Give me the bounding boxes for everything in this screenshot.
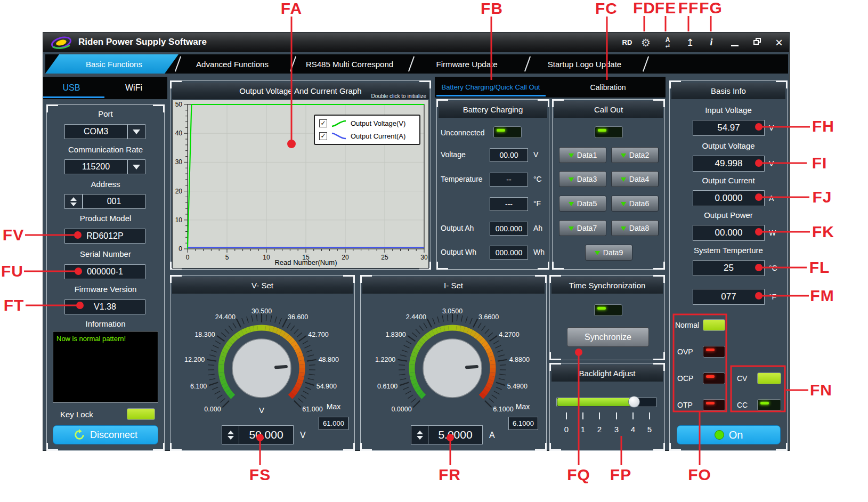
- annotation-FF: FF: [678, 0, 699, 17]
- key-lock-led: [127, 408, 155, 420]
- battery-temperature-label: Temperature: [441, 175, 483, 183]
- tab-firmware-update[interactable]: Firmware Update: [411, 54, 523, 74]
- comm-rate-dropdown-button[interactable]: [127, 159, 145, 174]
- data3-button[interactable]: Data3: [559, 171, 606, 187]
- backlight-tick: [632, 412, 634, 419]
- close-button[interactable]: ×: [770, 33, 788, 52]
- svg-text:Read Number(Num): Read Number(Num): [274, 258, 337, 266]
- firmware-version-value: V1.38: [64, 299, 145, 314]
- comm-rate-select[interactable]: 115200: [64, 159, 127, 174]
- battery-temperature-c-value: --: [490, 173, 528, 187]
- svg-text:0: 0: [186, 254, 190, 261]
- data2-button[interactable]: Data2: [611, 147, 659, 163]
- v-set-stepper[interactable]: [222, 425, 239, 444]
- svg-text:4.2700: 4.2700: [499, 331, 519, 338]
- tab-calibration[interactable]: Calibration: [576, 83, 640, 92]
- translate-icon[interactable]: A ⇄: [659, 33, 676, 52]
- data9-button[interactable]: Data9: [585, 245, 632, 261]
- backlight-tick-label-5: 5: [644, 425, 655, 434]
- riden-logo-icon: [50, 35, 73, 51]
- i-set-stepper[interactable]: [411, 425, 428, 444]
- svg-text:6.100: 6.100: [190, 383, 207, 390]
- data7-button[interactable]: Data7: [559, 220, 606, 236]
- time-sync-panel: Time Synchronization: [549, 275, 665, 360]
- tab-usb[interactable]: USB: [50, 83, 93, 93]
- svg-text:0.0000: 0.0000: [391, 406, 411, 413]
- backlight-tick: [599, 412, 600, 419]
- svg-text:42.700: 42.700: [308, 331, 328, 338]
- i-set-value[interactable]: 5.0000: [428, 425, 483, 444]
- minimize-button[interactable]: [726, 33, 743, 52]
- chevron-down-icon: [133, 129, 140, 134]
- annotation-FC: FC: [595, 0, 618, 18]
- maximize-button[interactable]: [749, 33, 766, 52]
- annotation-FQ: FQ: [567, 466, 590, 484]
- port-dropdown-button[interactable]: [127, 124, 145, 139]
- system-temperature-f-value: 077: [693, 289, 765, 305]
- tab-basic-functions[interactable]: Basic Functions: [58, 54, 170, 74]
- battery-output-wh-value: 000.000: [490, 246, 528, 260]
- backlight-tick-label-2: 2: [594, 425, 605, 434]
- data5-button[interactable]: Data5: [559, 196, 606, 212]
- svg-text:30: 30: [175, 158, 183, 166]
- key-lock-label: Key Lock: [60, 410, 93, 419]
- battery-voltage-unit: V: [533, 150, 538, 159]
- product-model-label: Product Model: [46, 214, 165, 223]
- port-label: Port: [46, 109, 165, 118]
- svg-text:48.800: 48.800: [319, 356, 339, 363]
- upload-icon[interactable]: ↥: [682, 33, 699, 52]
- battery-output-ah-unit: Ah: [533, 224, 542, 232]
- ovp-indicator-label: OVP: [677, 347, 693, 356]
- screenshot-stage: Riden Power Supply Software RD ⚙ A ⇄ ↥ i…: [0, 0, 868, 502]
- information-label: Information: [46, 319, 165, 328]
- on-button[interactable]: On: [677, 425, 781, 444]
- legend-current-checkbox[interactable]: ✓: [319, 132, 327, 140]
- system-temperature-c-value: 25: [693, 260, 765, 276]
- cv-indicator-led: [757, 373, 781, 384]
- address-value[interactable]: 001: [83, 194, 145, 209]
- up-arrow-icon: [228, 431, 234, 434]
- tab-advanced-functions[interactable]: Advanced Functions: [176, 54, 288, 74]
- svg-text:61.000: 61.000: [302, 406, 322, 413]
- system-temperature-c-unit: °C: [769, 264, 777, 272]
- normal-indicator-led: [703, 319, 725, 331]
- tab-startup-logo-update[interactable]: Startup Logo Update: [529, 54, 640, 74]
- backlight-tick-label-4: 4: [628, 425, 638, 434]
- tab-wifi[interactable]: WiFi: [112, 83, 155, 93]
- data6-label: Data6: [629, 199, 649, 208]
- v-set-value[interactable]: 50.000: [239, 425, 294, 444]
- tab-rs485-multi-correspond[interactable]: RS485 Multi Correspond: [294, 54, 405, 74]
- down-arrow-icon: [417, 436, 423, 440]
- annotation-FP: FP: [610, 466, 631, 484]
- backlight-tick-label-0: 0: [561, 425, 572, 434]
- annotation-FN: FN: [810, 381, 832, 399]
- data8-button[interactable]: Data8: [611, 220, 659, 236]
- backlight-slider[interactable]: [556, 397, 657, 407]
- output-voltage-unit: V: [769, 159, 774, 168]
- sub-tab-bar: Battery Charging/Quick Call Out Calibrat…: [435, 77, 666, 98]
- annotation-FB: FB: [481, 0, 503, 18]
- data6-button[interactable]: Data6: [611, 196, 659, 212]
- address-stepper[interactable]: [64, 194, 83, 209]
- svg-text:0.6100: 0.6100: [377, 383, 398, 390]
- chevron-down-icon: [133, 165, 140, 169]
- backlight-slider-handle[interactable]: [628, 396, 640, 408]
- svg-text:36.600: 36.600: [288, 313, 308, 321]
- svg-text:54.900: 54.900: [317, 383, 337, 390]
- disconnect-button[interactable]: Disconnect: [53, 425, 158, 444]
- backlight-title: Backlight Adjust: [551, 365, 663, 382]
- tab-battery-charging-quick-call-out[interactable]: Battery Charging/Quick Call Out: [435, 83, 547, 91]
- port-select[interactable]: COM3: [64, 124, 127, 139]
- legend-voltage-checkbox[interactable]: ✓: [319, 119, 327, 127]
- synchronize-button[interactable]: Synchronize: [567, 327, 649, 347]
- data4-button[interactable]: Data4: [611, 171, 659, 187]
- serial-number-label: Serial Number: [46, 249, 165, 258]
- backlight-tick: [566, 412, 567, 419]
- info-icon[interactable]: i: [703, 33, 720, 52]
- backlight-slider-fill: [557, 398, 635, 406]
- gear-icon[interactable]: ⚙: [637, 33, 654, 52]
- i-set-max-value: 6.1000: [508, 417, 538, 430]
- data1-button[interactable]: Data1: [559, 147, 606, 163]
- basis-info-title: Basis Info: [671, 83, 785, 99]
- translate-icon-letter: A: [666, 37, 670, 43]
